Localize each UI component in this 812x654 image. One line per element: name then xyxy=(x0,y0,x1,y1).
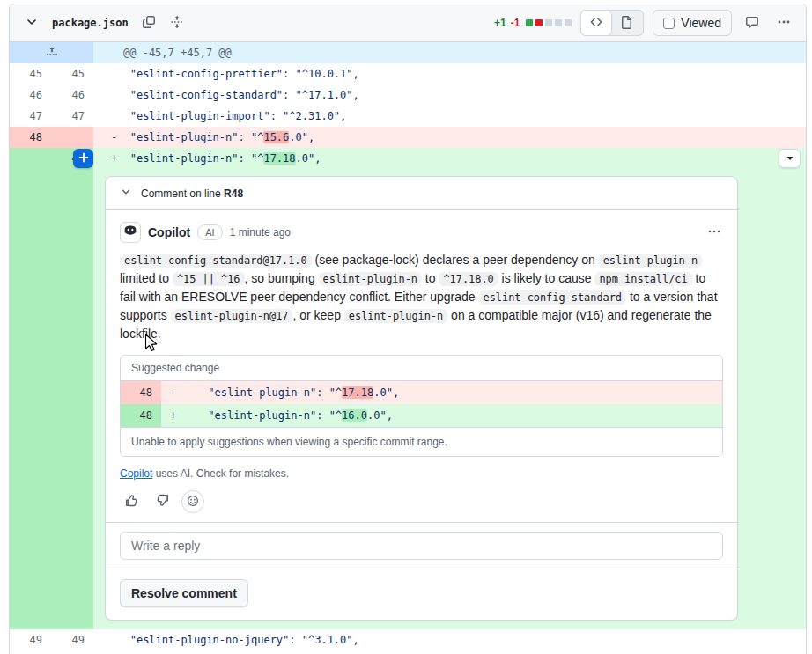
code-line: "eslint-plugin-import": "^2.31.0", xyxy=(93,106,806,127)
inline-code: npm install/ci xyxy=(594,272,691,286)
collapse-thread-button[interactable] xyxy=(120,186,132,201)
diffstat-square-neutral xyxy=(565,19,572,26)
old-line-number[interactable]: 47 xyxy=(10,106,51,127)
file-options-button[interactable] xyxy=(772,11,795,34)
thumbs-up-button[interactable] xyxy=(120,490,143,513)
code-line: "eslint-plugin-promise": "^6.1.1", xyxy=(93,650,806,654)
old-line-number[interactable]: 46 xyxy=(10,85,51,106)
source-view-button[interactable] xyxy=(580,10,612,36)
code-line: "eslint-config-prettier": "^10.0.1", xyxy=(93,63,806,85)
line-number: 48 xyxy=(121,404,161,427)
suggestion-added-line: 48 + "eslint-plugin-n": "^16.0.0", xyxy=(121,404,722,427)
review-thread-card: Comment on line R48 xyxy=(105,176,738,621)
thumbs-down-icon xyxy=(155,493,170,511)
new-line-number[interactable]: 50 xyxy=(51,650,93,654)
old-line-number[interactable]: 45 xyxy=(10,63,51,85)
copilot-link[interactable]: Copilot xyxy=(120,467,152,480)
expand-all-hunks-button[interactable] xyxy=(166,11,188,34)
diff-view-toggle xyxy=(580,10,644,36)
suggestion-note: Unable to apply suggestions when viewing… xyxy=(121,427,722,456)
deletions-count: -1 xyxy=(511,17,520,29)
ai-disclaimer: Copilot uses AI. Check for mistakes. xyxy=(120,467,723,480)
resolve-comment-button[interactable]: Resolve comment xyxy=(120,579,248,607)
hunk-header-row: @@ -45,7 +45,7 @@ xyxy=(10,42,806,63)
thumbs-down-button[interactable] xyxy=(151,490,173,513)
diff-line-48-added: 48 + "eslint-plugin-n": "^17.18.0", xyxy=(10,148,806,169)
inline-code: eslint-plugin-n xyxy=(599,254,702,268)
file-header: package.json +1 -1 xyxy=(10,4,806,42)
collapse-thread-dropdown-button[interactable] xyxy=(779,149,801,168)
word-diff-highlight: 16.0 xyxy=(342,409,367,422)
old-line-number[interactable]: 49 xyxy=(10,629,51,650)
diffstat-square-deletion xyxy=(535,19,543,26)
diffstat-square-neutral xyxy=(545,19,552,26)
new-line-number[interactable]: 47 xyxy=(51,106,93,127)
author-name[interactable]: Copilot xyxy=(148,225,190,239)
inline-code: eslint-plugin-n@17 xyxy=(171,309,293,323)
reply-section xyxy=(106,522,737,569)
word-diff-highlight: 15.6 xyxy=(263,131,289,143)
comment: Copilot AI 1 minute ago eslint-config-st… xyxy=(106,210,737,522)
chevron-down-icon xyxy=(25,15,39,32)
suggested-change-block: Suggested change 48 - "eslint-plugin-n":… xyxy=(120,355,723,457)
new-line-number[interactable] xyxy=(51,127,93,148)
diff-line-48-deleted: 48 - "eslint-plugin-n": "^15.6.0", xyxy=(10,127,806,148)
code-line: "eslint-plugin-no-jquery": "^3.1.0", xyxy=(93,629,806,650)
suggestion-title: Suggested change xyxy=(121,356,722,381)
inline-code: ^15 || ^16 xyxy=(173,272,245,286)
new-line-number[interactable]: 45 xyxy=(51,63,93,85)
code-line: "eslint-config-standard": "^17.1.0", xyxy=(93,85,806,106)
viewed-checkbox[interactable] xyxy=(663,18,675,29)
code-line: - "eslint-plugin-n": "^15.6.0", xyxy=(93,127,806,148)
reactions-row xyxy=(120,490,723,513)
comment-region: Comment on line R48 xyxy=(10,169,806,629)
inline-code: eslint-config-standard xyxy=(479,290,627,305)
avatar[interactable] xyxy=(120,222,141,243)
copilot-icon xyxy=(123,224,137,241)
reply-input[interactable] xyxy=(120,532,723,560)
code-icon xyxy=(589,15,603,32)
inline-code: ^17.18.0 xyxy=(439,272,498,286)
comment-bubble-icon xyxy=(745,15,759,32)
thumbs-up-icon xyxy=(124,493,139,511)
copy-path-button[interactable] xyxy=(137,11,160,34)
diff-line-50: 50 50 "eslint-plugin-promise": "^6.1.1", xyxy=(10,650,806,654)
word-diff-highlight: 17.18 xyxy=(342,386,373,399)
collapse-file-button[interactable] xyxy=(20,11,43,34)
file-name[interactable]: package.json xyxy=(52,17,129,29)
file-comment-button[interactable] xyxy=(741,11,764,34)
smiley-icon xyxy=(186,494,200,511)
old-line-number[interactable]: 48 xyxy=(10,127,51,148)
line-number: 48 xyxy=(121,381,161,404)
add-reaction-button[interactable] xyxy=(181,490,204,513)
comment-options-button[interactable] xyxy=(705,223,723,243)
word-diff-highlight: 17.18 xyxy=(263,152,295,165)
unfold-icon xyxy=(170,15,184,32)
old-line-number[interactable] xyxy=(10,148,51,169)
inline-code: eslint-plugin-n xyxy=(344,309,447,323)
rich-view-button[interactable] xyxy=(611,11,643,35)
new-line-number[interactable]: 46 xyxy=(51,85,93,106)
code-line: + "eslint-plugin-n": "^17.18.0", xyxy=(93,148,806,169)
suggestion-deleted-line: 48 - "eslint-plugin-n": "^17.18.0", xyxy=(121,381,722,404)
copy-icon xyxy=(142,15,156,32)
line-reference: R48 xyxy=(224,187,243,200)
expand-hunk-up-button[interactable] xyxy=(10,42,93,63)
additions-count: +1 xyxy=(494,17,506,29)
file-header-actions: +1 -1 xyxy=(494,10,795,36)
hunk-header-text: @@ -45,7 +45,7 @@ xyxy=(93,42,232,63)
kebab-icon xyxy=(707,224,721,241)
code-line: - "eslint-plugin-n": "^17.18.0", xyxy=(161,381,722,404)
plus-icon xyxy=(78,151,90,166)
file-icon xyxy=(620,15,634,32)
ai-badge: AI xyxy=(197,224,222,240)
viewed-toggle-button[interactable]: Viewed xyxy=(653,10,732,36)
add-comment-button[interactable] xyxy=(73,149,93,168)
diffstat: +1 -1 xyxy=(494,17,572,29)
old-line-number[interactable]: 50 xyxy=(10,650,51,654)
chevron-down-icon xyxy=(120,186,132,201)
triangle-down-icon xyxy=(786,152,794,165)
diff-line-46: 46 46 "eslint-config-standard": "^17.1.0… xyxy=(10,85,806,106)
new-line-number[interactable]: 49 xyxy=(51,629,93,650)
comment-timestamp[interactable]: 1 minute ago xyxy=(230,226,291,239)
